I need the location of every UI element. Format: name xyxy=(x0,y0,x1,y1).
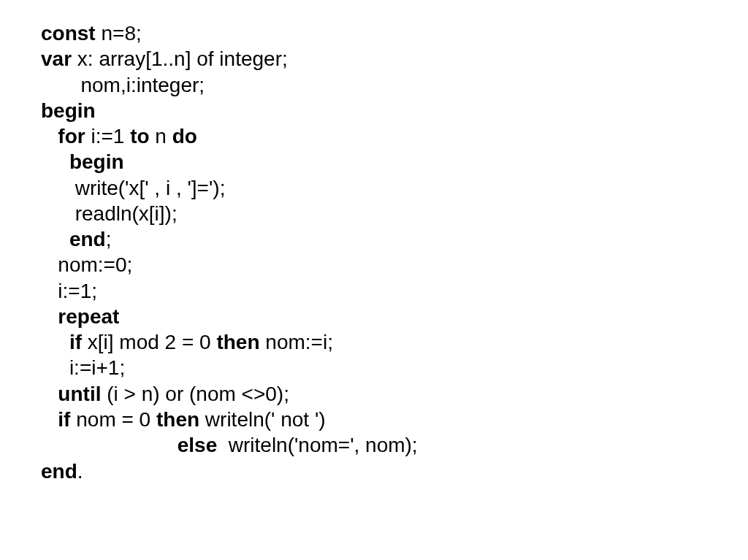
keyword-for: for xyxy=(58,125,85,147)
code-text: i:=i+1; xyxy=(41,356,125,379)
code-text xyxy=(41,434,178,456)
code-text: (i > n) or (nom <>0); xyxy=(101,383,289,405)
code-text: . xyxy=(77,460,83,483)
code-text: i:=1 xyxy=(85,125,130,147)
code-text: n xyxy=(150,125,172,147)
code-text xyxy=(41,408,58,431)
code-text: writeln(' not ') xyxy=(199,408,326,431)
code-text: x[i] mod 2 = 0 xyxy=(82,331,216,353)
code-text: nom = 0 xyxy=(70,408,156,431)
code-text xyxy=(41,228,69,250)
code-text: readln(x[i]); xyxy=(41,202,178,225)
code-text xyxy=(41,150,69,173)
page-content: const n=8; var x: array[1..n] of integer… xyxy=(0,0,748,505)
keyword-const: const xyxy=(41,22,96,45)
code-block: const n=8; var x: array[1..n] of integer… xyxy=(41,20,707,484)
code-text: write('x[' , i , ']='); xyxy=(41,177,225,199)
code-text: nom,i:integer; xyxy=(41,74,205,96)
code-text: n=8; xyxy=(96,22,142,45)
keyword-repeat: repeat xyxy=(58,305,119,328)
code-text xyxy=(41,331,69,353)
keyword-else: else xyxy=(178,434,218,456)
keyword-end: end xyxy=(69,228,106,250)
keyword-begin: begin xyxy=(41,99,96,122)
code-text: writeln('nom=', nom); xyxy=(217,434,417,456)
keyword-var: var xyxy=(41,47,72,70)
keyword-to: to xyxy=(130,125,149,147)
code-text: ; xyxy=(106,228,112,250)
keyword-then: then xyxy=(156,408,199,431)
keyword-do: do xyxy=(172,125,197,147)
code-text: x: array[1..n] of integer; xyxy=(72,47,288,70)
code-text xyxy=(41,305,58,328)
code-text: nom:=0; xyxy=(41,253,132,276)
code-text: i:=1; xyxy=(41,280,97,302)
code-text xyxy=(41,383,58,405)
code-text xyxy=(41,125,58,147)
keyword-then: then xyxy=(216,331,259,353)
keyword-end: end xyxy=(41,460,77,483)
keyword-begin: begin xyxy=(69,150,124,173)
keyword-if: if xyxy=(58,408,70,431)
code-text: nom:=i; xyxy=(260,331,333,353)
keyword-if: if xyxy=(69,331,82,353)
keyword-until: until xyxy=(58,383,101,405)
